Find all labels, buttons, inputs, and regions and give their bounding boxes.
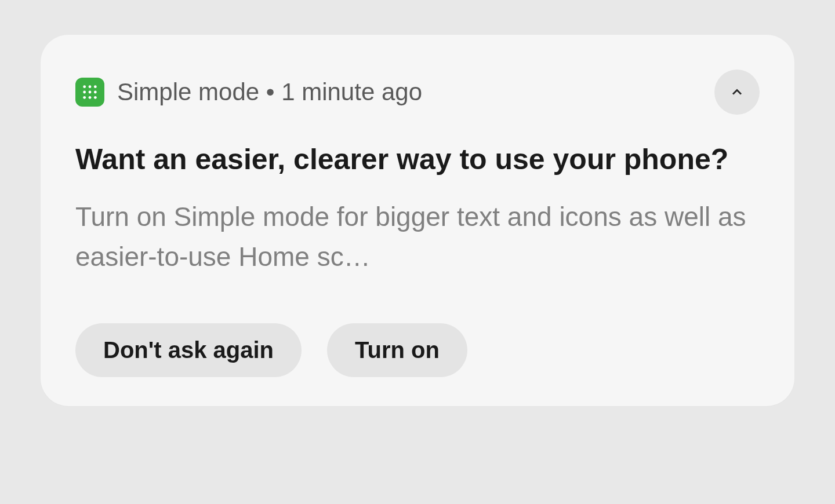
turn-on-button[interactable]: Turn on [327, 323, 467, 377]
app-name: Simple mode [117, 78, 259, 105]
svg-point-5 [94, 91, 97, 94]
action-button-row: Don't ask again Turn on [75, 323, 760, 377]
svg-point-7 [89, 96, 92, 99]
svg-point-3 [83, 91, 86, 94]
collapse-button[interactable] [714, 70, 760, 115]
notification-card[interactable]: Simple mode • 1 minute ago Want an easie… [41, 35, 794, 406]
notification-meta: Simple mode • 1 minute ago [117, 78, 702, 106]
separator: • [259, 78, 281, 105]
notification-body: Turn on Simple mode for bigger text and … [75, 197, 760, 277]
svg-point-0 [83, 85, 86, 88]
dont-ask-again-button[interactable]: Don't ask again [75, 323, 302, 377]
notification-header: Simple mode • 1 minute ago [75, 70, 760, 115]
chevron-up-icon [729, 84, 745, 100]
svg-point-6 [83, 96, 86, 99]
svg-point-4 [89, 91, 92, 94]
svg-point-1 [89, 85, 92, 88]
timestamp: 1 minute ago [281, 78, 422, 105]
notification-title: Want an easier, clearer way to use your … [75, 140, 760, 180]
svg-point-2 [94, 85, 97, 88]
svg-point-8 [94, 96, 97, 99]
apps-grid-icon [75, 78, 104, 107]
